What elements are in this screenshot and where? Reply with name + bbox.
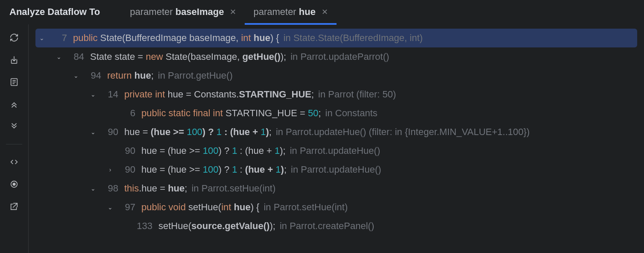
target-icon[interactable] xyxy=(9,179,20,190)
location-label: in Parrot.updateHue() (filter: in {Integ… xyxy=(276,126,530,138)
chevron-down-icon[interactable]: ⌄ xyxy=(88,129,98,135)
chevron-down-icon[interactable]: ⌄ xyxy=(105,204,115,211)
location-label: in Parrot.setHue(int) xyxy=(263,202,348,213)
line-number: 14 xyxy=(100,89,118,100)
code-snippet: this.hue = hue; xyxy=(124,183,187,194)
location-label: in Parrot.updateHue() xyxy=(291,164,381,175)
collapse-down-icon[interactable] xyxy=(9,121,20,132)
code-snippet: hue = (hue >= 100) ? 1 : (hue + 1); xyxy=(124,126,272,138)
chevron-down-icon[interactable]: ⌄ xyxy=(71,72,81,79)
line-number: 94 xyxy=(82,70,101,81)
tool-window-title: Analyze Dataflow To xyxy=(9,6,100,18)
line-number: 97 xyxy=(117,202,135,213)
code-snippet: private int hue = Constants.STARTING_HUE… xyxy=(124,89,314,100)
location-label: in State.State(BufferedImage, int) xyxy=(284,32,423,44)
code-snippet: public State(BufferedImage baseImage, in… xyxy=(73,32,279,44)
tree-row[interactable]: ⌄94return hue; in Parrot.getHue() xyxy=(35,66,637,85)
tool-window-header: Analyze Dataflow To parameter baseImage … xyxy=(0,0,644,24)
location-label: in Parrot.updateParrot() xyxy=(290,51,389,62)
sidebar-divider xyxy=(6,144,22,144)
close-icon[interactable]: ✕ xyxy=(322,7,328,17)
chevron-down-icon[interactable]: ⌄ xyxy=(54,53,64,60)
tab-label: parameter hue xyxy=(253,6,316,18)
location-label: in Parrot.createPanel() xyxy=(280,221,374,232)
tab-hue[interactable]: parameter hue ✕ xyxy=(245,0,337,24)
code-snippet: public void setHue(int hue) { xyxy=(141,202,259,213)
close-icon[interactable]: ✕ xyxy=(230,7,236,17)
line-number: 90 xyxy=(117,145,135,156)
tree-row[interactable]: ⌄14private int hue = Constants.STARTING_… xyxy=(35,85,637,104)
open-external-icon[interactable] xyxy=(9,201,20,212)
collapse-up-icon[interactable] xyxy=(9,99,20,110)
code-snippet: hue = (hue >= 100) ? 1 : (hue + 1); xyxy=(141,145,286,156)
line-number: 133 xyxy=(134,221,152,232)
svg-point-2 xyxy=(13,183,15,185)
location-label: in Constants xyxy=(325,108,378,119)
line-number: 98 xyxy=(100,183,118,194)
code-snippet: setHue(source.getValue()); xyxy=(158,221,275,232)
refresh-icon[interactable] xyxy=(9,32,20,43)
tool-window-sidebar xyxy=(0,24,29,253)
code-snippet: public static final int STARTING_HUE = 5… xyxy=(141,108,321,119)
line-number: 90 xyxy=(117,164,135,175)
location-label: in Parrot.setHue(int) xyxy=(191,183,275,194)
tree-row[interactable]: 133setHue(source.getValue()); in Parrot.… xyxy=(35,217,637,235)
line-number: 84 xyxy=(65,51,84,62)
tree-row[interactable]: ⌄90hue = (hue >= 100) ? 1 : (hue + 1); i… xyxy=(35,123,637,141)
tree-row[interactable]: ⌄7public State(BufferedImage baseImage, … xyxy=(35,29,637,47)
line-number: 90 xyxy=(100,126,118,138)
tab-bar: parameter baseImage ✕parameter hue ✕ xyxy=(121,0,337,24)
tree-row[interactable]: 90hue = (hue >= 100) ? 1 : (hue + 1); in… xyxy=(35,141,637,160)
tab-label: parameter baseImage xyxy=(130,6,224,18)
outline-icon[interactable] xyxy=(9,76,20,88)
location-label: in Parrot (filter: 50) xyxy=(318,89,396,100)
code-snippet: hue = (hue >= 100) ? 1 : (hue + 1); xyxy=(141,164,287,175)
tree-row[interactable]: ⌄97public void setHue(int hue) { in Parr… xyxy=(35,198,637,217)
code-snippet: return hue; xyxy=(107,70,154,81)
location-label: in Parrot.updateHue() xyxy=(290,145,381,156)
chevron-down-icon[interactable]: ⌄ xyxy=(88,185,98,192)
tree-row[interactable]: 6public static final int STARTING_HUE = … xyxy=(35,104,637,123)
tree-row[interactable]: ›90hue = (hue >= 100) ? 1 : (hue + 1); i… xyxy=(35,160,637,179)
code-icon[interactable] xyxy=(9,156,20,168)
tab-baseImage[interactable]: parameter baseImage ✕ xyxy=(121,0,245,24)
location-label: in Parrot.getHue() xyxy=(158,70,233,81)
tree-row[interactable]: ⌄98this.hue = hue; in Parrot.setHue(int) xyxy=(35,179,637,198)
line-number: 6 xyxy=(117,108,135,119)
tree-row[interactable]: ⌄84State state = new State(baseImage, ge… xyxy=(35,47,637,66)
chevron-down-icon[interactable]: ⌄ xyxy=(37,35,47,41)
chevron-right-icon[interactable]: › xyxy=(105,166,115,173)
code-snippet: State state = new State(baseImage, getHu… xyxy=(90,51,286,62)
chevron-down-icon[interactable]: ⌄ xyxy=(88,91,98,98)
dataflow-tree: ⌄7public State(BufferedImage baseImage, … xyxy=(29,24,644,253)
import-icon[interactable] xyxy=(9,54,20,65)
line-number: 7 xyxy=(48,32,67,44)
